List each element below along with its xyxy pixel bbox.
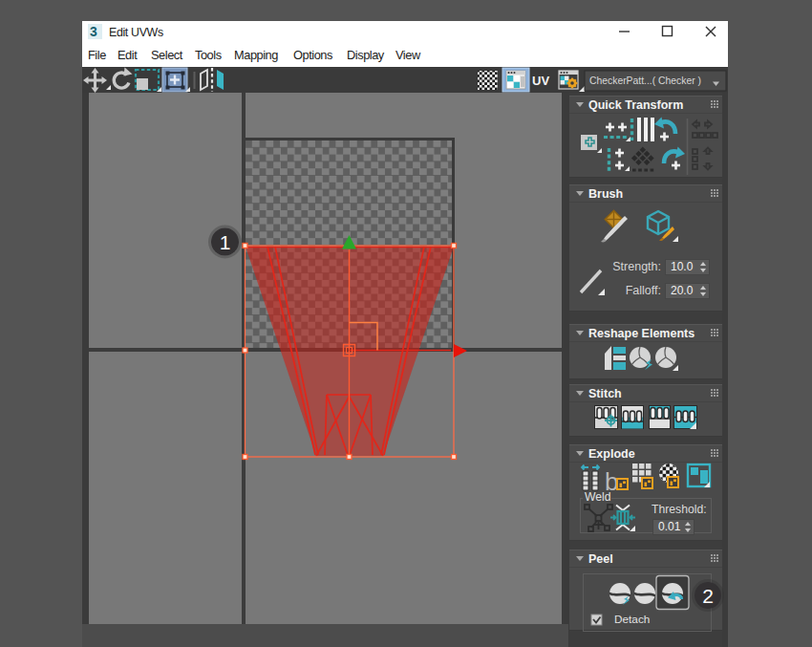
svg-text:2: 2: [702, 585, 714, 607]
